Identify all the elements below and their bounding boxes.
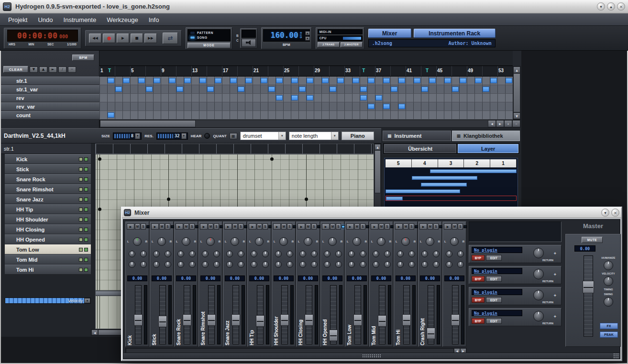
fx-send-knob[interactable] xyxy=(238,261,244,268)
pattern-sequence-cell[interactable] xyxy=(307,95,313,100)
scrollbar-track[interactable] xyxy=(196,120,488,127)
zoom-in-button[interactable]: + xyxy=(504,120,512,127)
channel-fader[interactable] xyxy=(452,285,459,344)
fx-return-knob[interactable] xyxy=(533,311,544,321)
fx-send-knob[interactable] xyxy=(360,261,366,268)
instrument-row[interactable]: Kick xyxy=(5,154,91,164)
instrument-solo-led[interactable] xyxy=(84,218,88,221)
channel-solo-button[interactable]: S xyxy=(141,223,146,230)
fx-send-knob[interactable] xyxy=(153,261,160,268)
song-grid-row[interactable] xyxy=(99,85,513,94)
fx-send-knob[interactable] xyxy=(457,251,464,257)
channel-fader-handle[interactable] xyxy=(402,314,411,326)
layer-header-cell[interactable]: 2 xyxy=(464,159,490,167)
fx-send-knob[interactable] xyxy=(177,261,184,268)
fx-send-knob[interactable] xyxy=(299,251,306,257)
pan-knob[interactable] xyxy=(377,237,386,246)
tempo-marker[interactable]: T xyxy=(362,68,365,73)
fx-send-knob[interactable] xyxy=(384,251,391,257)
tab-overview[interactable]: Übersicht xyxy=(384,144,456,153)
pattern-sequence-cell[interactable] xyxy=(115,87,122,92)
fx-send-knob[interactable] xyxy=(262,261,269,268)
master-mute-button[interactable]: MUTE xyxy=(582,237,603,243)
channel-solo-button[interactable]: S xyxy=(458,223,463,230)
maximize-window-button[interactable]: ▴ xyxy=(607,2,615,11)
pattern-sequence-cell[interactable] xyxy=(261,78,267,83)
channel-fader[interactable] xyxy=(232,285,239,344)
channel-play-button[interactable]: ▶ xyxy=(127,223,134,230)
pattern-sequence-cell[interactable] xyxy=(368,78,375,83)
channel-fader[interactable] xyxy=(428,285,434,344)
song-grid-row[interactable] xyxy=(99,77,513,85)
instrument-solo-led[interactable] xyxy=(84,188,88,191)
menu-instrumente[interactable]: Instrumente xyxy=(58,14,102,25)
pattern-list-item[interactable]: rev_var xyxy=(0,102,99,111)
channel-play-button[interactable]: ▶ xyxy=(322,223,330,230)
song-editor-hscrollbar[interactable]: ◀ ▶ + − xyxy=(99,120,521,128)
song-grid-row[interactable] xyxy=(99,102,513,111)
move-pattern-down-button[interactable]: ▼ xyxy=(30,66,38,73)
channel-solo-button[interactable]: S xyxy=(385,223,390,230)
tab-instrument[interactable]: ▦ Instrument xyxy=(383,131,451,141)
channel-mute-button[interactable]: M xyxy=(330,223,335,230)
shade-window-button[interactable]: ▾ xyxy=(601,209,609,217)
channel-fader[interactable] xyxy=(354,285,361,344)
instrument-solo-led[interactable] xyxy=(84,157,88,161)
pan-knob[interactable] xyxy=(401,237,410,246)
fx-send-knob[interactable] xyxy=(262,251,269,257)
tab-layer[interactable]: Layer xyxy=(458,144,518,153)
instrument-mute-led[interactable] xyxy=(79,188,83,191)
layer-row[interactable] xyxy=(386,169,517,174)
instrument-solo-led[interactable] xyxy=(84,248,88,252)
fx-send-knob[interactable] xyxy=(384,261,391,268)
pattern-list-item[interactable]: rev xyxy=(0,94,99,102)
channel-play-button[interactable]: ▶ xyxy=(419,223,427,230)
master-fader[interactable] xyxy=(584,255,593,337)
pattern-sequence-cell[interactable] xyxy=(383,78,390,83)
transport-record-button[interactable]: ● xyxy=(103,33,115,43)
select-mode-button[interactable]: ► xyxy=(49,66,57,73)
fx-send-knob[interactable] xyxy=(275,261,282,268)
channel-fader-handle[interactable] xyxy=(280,314,289,326)
instrument-solo-led[interactable] xyxy=(84,238,88,242)
layer-range-bar[interactable] xyxy=(412,176,477,180)
bpm-down-button[interactable]: ▼ xyxy=(305,36,310,41)
pattern-sequence-cell[interactable] xyxy=(199,78,206,83)
layer-row[interactable] xyxy=(386,196,517,201)
fx-edit-button[interactable]: EDIT xyxy=(486,255,502,261)
pattern-sequence-cell[interactable] xyxy=(299,87,306,92)
pattern-sequence-cell[interactable] xyxy=(506,78,512,83)
fx-send-knob[interactable] xyxy=(129,261,135,268)
transport-forward-button[interactable]: ▶▶ xyxy=(144,33,157,43)
show-fx-button[interactable]: FX xyxy=(600,323,618,329)
instrument-row[interactable]: HH Tip xyxy=(5,204,91,214)
scroll-up-icon[interactable]: ▲ xyxy=(375,144,381,150)
fx-send-knob[interactable] xyxy=(140,261,147,268)
timeline-bpm-button[interactable]: BPM xyxy=(72,55,94,61)
fx-send-knob[interactable] xyxy=(446,261,452,268)
instrument-solo-led[interactable] xyxy=(84,268,88,272)
pattern-sequence-cell[interactable] xyxy=(475,78,482,83)
channel-solo-button[interactable]: S xyxy=(409,223,414,230)
pattern-sequence-cell[interactable] xyxy=(360,95,367,100)
pattern-sequence-cell[interactable] xyxy=(108,78,114,83)
chevron-down-icon[interactable]: ▾ xyxy=(331,132,338,140)
song-mode-row[interactable]: SONG xyxy=(190,36,228,39)
channel-fader[interactable] xyxy=(379,285,386,344)
pattern-sequence-cell[interactable] xyxy=(460,78,466,83)
channel-mute-button[interactable]: M xyxy=(257,223,262,230)
fx-send-knob[interactable] xyxy=(213,261,220,268)
pattern-sequence-cell[interactable] xyxy=(490,78,497,83)
pan-knob[interactable] xyxy=(353,237,361,246)
pattern-sequence-cell[interactable] xyxy=(276,95,283,100)
song-editor-vscrollbar[interactable]: ▲ ▼ xyxy=(513,66,521,120)
jack-master-button[interactable]: J.MASTER xyxy=(341,42,363,47)
layer-range-bar[interactable] xyxy=(421,183,467,187)
instrument-solo-led[interactable] xyxy=(84,208,88,211)
fx-plugin-name[interactable]: No plugin xyxy=(472,247,522,253)
pattern-list-item[interactable]: count xyxy=(0,111,99,120)
pattern-sequence-cell[interactable] xyxy=(123,78,130,83)
instrument-mute-led[interactable] xyxy=(79,208,83,211)
note[interactable] xyxy=(98,157,101,161)
channel-fader-handle[interactable] xyxy=(134,314,143,326)
